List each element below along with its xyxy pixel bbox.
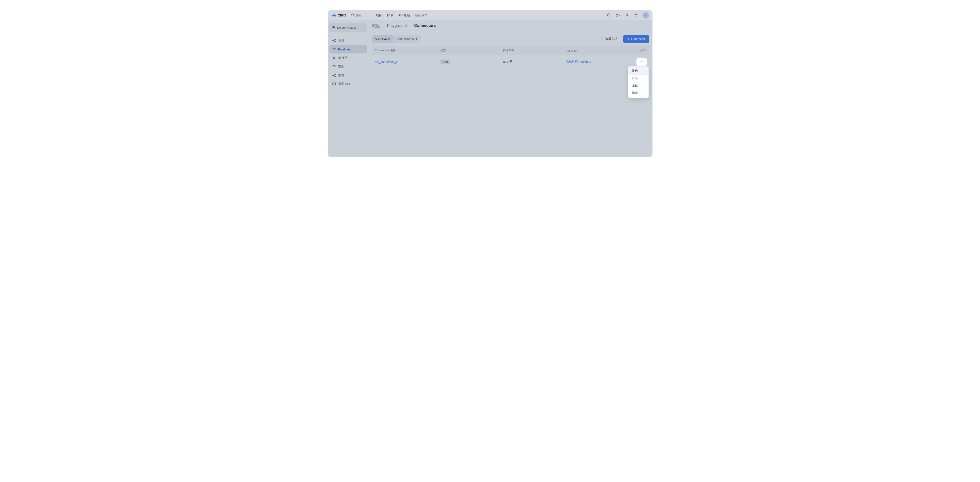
sidebar-item-project-users[interactable]: 项目用户 [329, 54, 367, 62]
dropdown-item-edit[interactable]: 编辑 [628, 82, 649, 89]
table-header: Connectors 名称 状态 扫描频率 Collection 操作 [372, 46, 649, 55]
sidebar-item-clusters[interactable]: 集群 [329, 36, 367, 45]
sidebar-item-pipelines[interactable]: Pipelines [329, 45, 367, 54]
col-scan: 扫描频率 [503, 49, 566, 52]
sidebar-item-label: 探索 API [338, 82, 350, 86]
sidebar-items: 集群 Pipelines 项目用户 安全 集群 [329, 36, 367, 88]
topbar: zilliz Zilliz 项目 账单 API 密钥 组织用户 [328, 10, 652, 21]
chevron-down-icon [361, 26, 364, 29]
sidebar-item-label: 集群 [338, 39, 344, 43]
logo-icon [331, 13, 337, 18]
tab-connectors[interactable]: Connectors [414, 24, 436, 30]
col-name[interactable]: Connectors 名称 [375, 49, 440, 52]
svg-point-6 [334, 74, 336, 75]
subtab-connectors[interactable]: Connectors [372, 35, 393, 43]
actions-cell: 开启 扫描 编辑 删除 [631, 59, 646, 65]
sidebar-item-label: Pipelines [338, 48, 350, 51]
app-frame: zilliz Zilliz 项目 账单 API 密钥 组织用户 [328, 10, 652, 157]
add-connector-label: Connector [631, 37, 645, 41]
scan-cell: 每 7 天 [503, 60, 566, 64]
sidebar-item-clusters-2[interactable]: 集群 [329, 71, 367, 79]
svg-point-7 [334, 76, 336, 77]
project-select[interactable]: Default Project [329, 24, 367, 32]
status-badge: 关闭 [440, 60, 450, 64]
view-docs-label: 查看文档 [605, 37, 617, 41]
sidebar-item-label: 集群 [338, 73, 344, 77]
subtab-events[interactable]: Connectors 事件 [393, 35, 421, 43]
col-actions: 操作 [631, 49, 646, 52]
sidebar-item-label: 项目用户 [338, 56, 350, 60]
help-icon[interactable] [615, 13, 620, 18]
sidebar: Default Project 集群 Pipelines 项目用户 [328, 21, 369, 157]
col-status: 状态 [440, 49, 503, 52]
plus-icon [627, 37, 630, 41]
bell-icon[interactable] [606, 13, 611, 18]
toolbar: Connectors Connectors 事件 查看文档 Connector [372, 35, 649, 43]
collection-link[interactable]: 添加目标 Pipelines [566, 60, 631, 64]
trash-icon[interactable] [633, 13, 639, 18]
brand-logo[interactable]: zilliz [331, 13, 347, 18]
folder-icon [332, 25, 336, 30]
org-name: Zilliz [355, 14, 361, 17]
nav-billing[interactable]: 账单 [387, 13, 393, 17]
project-name: Default Project [337, 26, 356, 29]
connectors-table: Connectors 名称 状态 扫描频率 Collection 操作 my_c… [372, 46, 649, 69]
brand-text: zilliz [338, 13, 347, 17]
actions-dropdown: 开启 扫描 编辑 删除 [628, 67, 649, 98]
table-row: my_connector_1 关闭 每 7 天 添加目标 Pipelines 开… [372, 55, 649, 69]
col-collection: Collection [566, 49, 631, 52]
body: Default Project 集群 Pipelines 项目用户 [328, 21, 652, 157]
doc-icon[interactable] [624, 13, 630, 18]
svg-point-4 [333, 57, 335, 58]
svg-point-5 [332, 75, 334, 76]
sidebar-item-security[interactable]: 安全 [329, 63, 367, 71]
connector-name-link[interactable]: my_connector_1 [375, 60, 440, 63]
toolbar-right: 查看文档 Connector [601, 35, 649, 43]
svg-point-2 [334, 39, 336, 40]
tab-overview[interactable]: 概览 [372, 24, 380, 30]
org-icon [351, 13, 354, 17]
dots-icon [640, 62, 644, 62]
chevron-down-icon [363, 13, 366, 17]
nav-api-keys[interactable]: API 密钥 [398, 13, 410, 17]
dropdown-item-delete[interactable]: 删除 [628, 89, 649, 97]
org-switcher[interactable]: Zilliz [349, 12, 368, 18]
avatar-initial: Y [645, 14, 647, 17]
svg-point-3 [334, 41, 336, 42]
main-tabs: 概览 Playground Connectors [372, 24, 649, 30]
dropdown-item-enable[interactable]: 开启 [628, 67, 649, 75]
svg-point-1 [332, 40, 334, 41]
avatar[interactable]: Y [643, 12, 649, 19]
top-nav: 项目 账单 API 密钥 组织用户 [376, 13, 428, 17]
more-actions-button[interactable] [637, 59, 646, 65]
tab-playground[interactable]: Playground [387, 24, 407, 30]
sidebar-item-explore-api[interactable]: 探索 API [329, 80, 367, 88]
topbar-right: Y [606, 12, 649, 19]
main-content: 概览 Playground Connectors Connectors Conn… [369, 21, 652, 157]
sort-icon [397, 49, 398, 52]
nav-projects[interactable]: 项目 [376, 13, 382, 17]
sidebar-item-label: 安全 [338, 65, 344, 69]
dropdown-item-scan: 扫描 [628, 75, 649, 82]
add-connector-button[interactable]: Connector [623, 35, 649, 43]
view-docs-button[interactable]: 查看文档 [601, 35, 621, 43]
status-cell: 关闭 [440, 60, 503, 64]
nav-org-users[interactable]: 组织用户 [415, 13, 428, 17]
subtabs: Connectors Connectors 事件 [372, 35, 421, 43]
